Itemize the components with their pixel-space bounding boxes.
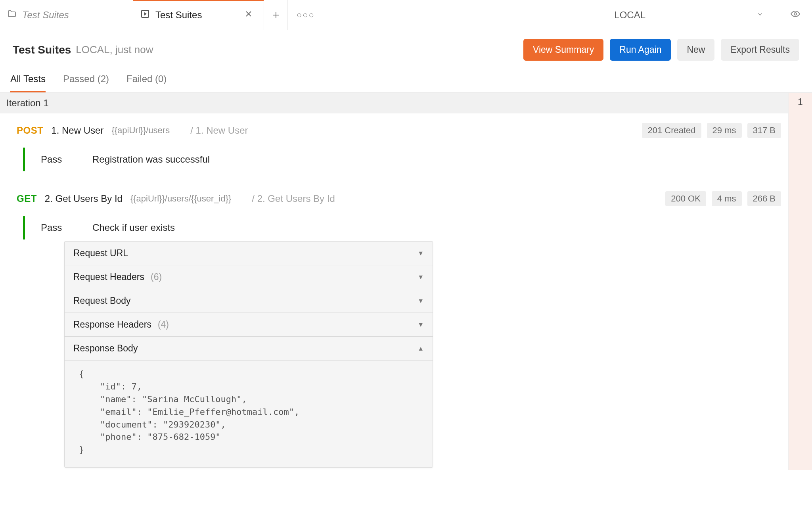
header-actions: View Summary Run Again New Export Result… — [523, 39, 799, 61]
close-icon[interactable] — [244, 9, 253, 21]
iteration-side-indicator[interactable]: 1 — [788, 93, 812, 470]
page-subtitle: LOCAL, just now — [76, 44, 153, 56]
more-icon: ○○○ — [297, 10, 315, 20]
detail-response-headers[interactable]: Response Headers (4) ▼ — [65, 313, 433, 337]
filter-tab-failed[interactable]: Failed (0) — [126, 69, 167, 92]
detail-label: Request URL — [73, 248, 128, 259]
request-header[interactable]: GET 2. Get Users By Id {{apiUrl}}/users/… — [17, 191, 781, 206]
tab-parent-collection[interactable]: Test Suites — [0, 0, 133, 30]
filter-tab-passed[interactable]: Passed (2) — [63, 69, 109, 92]
tab-active-runner[interactable]: Test Suites — [133, 0, 264, 30]
time-badge: 29 ms — [707, 123, 742, 138]
folder-icon — [7, 9, 17, 21]
tab-label: Test Suites — [22, 10, 69, 21]
eye-icon[interactable] — [791, 9, 800, 21]
tab-bar: Test Suites Test Suites ○○○ LOCAL — [0, 0, 812, 30]
detail-request-headers[interactable]: Request Headers (6) ▼ — [65, 265, 433, 289]
detail-count: (4) — [158, 319, 169, 330]
results-main: Iteration 1 POST 1. New User {{apiUrl}}/… — [0, 93, 788, 470]
response-body-content: { "id": 7, "name": "Sarina McCullough", … — [65, 361, 433, 467]
new-tab-button[interactable] — [264, 0, 288, 30]
request-url: {{apiUrl}}/users/{{user_id}} — [130, 194, 231, 204]
iteration-header: Iteration 1 — [0, 93, 788, 113]
test-status: Pass — [41, 222, 77, 233]
time-badge: 4 ms — [712, 191, 742, 206]
export-results-button[interactable]: Export Results — [721, 39, 799, 61]
http-method: GET — [17, 193, 37, 204]
status-badge: 200 OK — [665, 191, 706, 206]
iteration-number: 1 — [798, 97, 803, 107]
request-crumb: / 2. Get Users By Id — [252, 193, 335, 204]
filter-tab-all[interactable]: All Tests — [10, 69, 46, 92]
new-button[interactable]: New — [677, 39, 714, 61]
response-detail-panel: Request URL ▼ Request Headers (6) ▼ Requ… — [64, 241, 433, 468]
request-crumb: / 1. New User — [190, 125, 248, 136]
more-tabs-button[interactable]: ○○○ — [288, 0, 324, 30]
test-result-row: Pass Check if user exists — [23, 216, 781, 240]
request-name: 1. New User — [51, 125, 103, 136]
caret-down-icon: ▼ — [417, 321, 424, 328]
request-block: POST 1. New User {{apiUrl}}/users / 1. N… — [0, 113, 788, 182]
test-result-row: Pass Registration was successful — [23, 148, 781, 171]
caret-up-icon: ▲ — [417, 345, 424, 352]
view-summary-button[interactable]: View Summary — [523, 39, 603, 61]
detail-response-body[interactable]: Response Body ▲ — [65, 337, 433, 361]
detail-label: Request Body — [73, 295, 130, 306]
size-badge: 317 B — [747, 123, 781, 138]
pass-indicator — [23, 148, 25, 171]
response-badges: 201 Created 29 ms 317 B — [642, 123, 781, 138]
response-badges: 200 OK 4 ms 266 B — [665, 191, 781, 206]
request-block: GET 2. Get Users By Id {{apiUrl}}/users/… — [0, 182, 788, 470]
detail-label: Response Body — [73, 343, 138, 354]
environment-name: LOCAL — [614, 10, 645, 21]
tab-label: Test Suites — [155, 10, 202, 21]
request-url: {{apiUrl}}/users — [111, 125, 170, 136]
caret-down-icon: ▼ — [417, 274, 424, 281]
detail-request-url[interactable]: Request URL ▼ — [65, 242, 433, 265]
run-again-button[interactable]: Run Again — [610, 39, 671, 61]
detail-count: (6) — [151, 272, 162, 282]
environment-selector[interactable]: LOCAL — [602, 0, 812, 30]
test-status: Pass — [41, 154, 77, 165]
request-name: 2. Get Users By Id — [45, 193, 123, 204]
detail-label: Response Headers — [73, 319, 151, 330]
detail-request-body[interactable]: Request Body ▼ — [65, 289, 433, 313]
caret-down-icon: ▼ — [417, 250, 424, 257]
caret-down-icon: ▼ — [417, 297, 424, 305]
request-header[interactable]: POST 1. New User {{apiUrl}}/users / 1. N… — [17, 123, 781, 138]
http-method: POST — [17, 125, 43, 136]
test-description: Check if user exists — [92, 222, 175, 233]
results-area: Iteration 1 POST 1. New User {{apiUrl}}/… — [0, 93, 812, 470]
chevron-down-icon — [756, 10, 764, 20]
pass-indicator — [23, 216, 25, 240]
detail-label: Request Headers — [73, 272, 144, 282]
size-badge: 266 B — [747, 191, 781, 206]
svg-point-1 — [794, 13, 797, 15]
page-title: Test Suites — [13, 44, 71, 56]
status-badge: 201 Created — [642, 123, 701, 138]
run-header: Test Suites LOCAL, just now View Summary… — [0, 30, 812, 69]
filter-tabs: All Tests Passed (2) Failed (0) — [0, 69, 812, 93]
runner-icon — [140, 9, 150, 21]
test-description: Registration was successful — [92, 154, 210, 165]
